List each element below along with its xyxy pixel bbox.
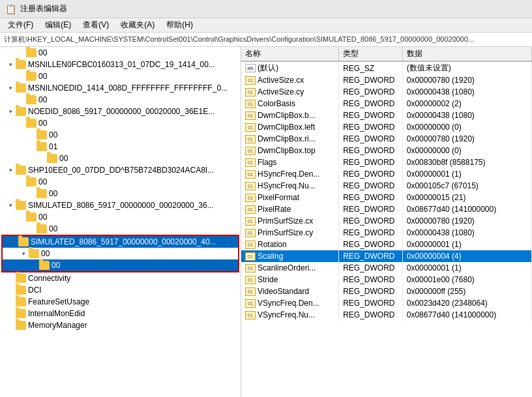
tree-item-node-noedid-00c[interactable]: 00 [0, 153, 241, 164]
reg-data-cell: 0x000000ff (255) [402, 286, 531, 297]
tree-expand-node-shp-00[interactable] [16, 177, 26, 187]
tree-item-node-dci[interactable]: DCI [0, 284, 241, 296]
table-row[interactable]: 01DwmClipBox.topREG_DWORD0x00000000 (0) [241, 145, 532, 156]
tree-expand-node-internalmon[interactable] [5, 308, 16, 319]
table-row[interactable]: 01FlagsREG_DWORD0x00830b8f (8588175) [241, 156, 532, 168]
right-panel[interactable]: 名称 类型 数据 ab(默认)REG_SZ(数值未设置)01ActiveSize… [241, 47, 532, 397]
tree-item-node-simulated36-00[interactable]: 00 [0, 211, 241, 223]
tree-expand-node-noedid-01[interactable] [26, 141, 37, 152]
menu-item-a[interactable]: 收藏夹(A) [115, 19, 160, 32]
tree-item-node-simulated40-00-00[interactable]: 00 [3, 259, 238, 271]
col-name[interactable]: 名称 [241, 47, 339, 61]
tree-item-node-noedid-00[interactable]: 00 [0, 117, 241, 129]
table-row[interactable]: 01ActiveSize.cyREG_DWORD0x00000438 (1080… [241, 86, 532, 98]
reg-type-cell: REG_SZ [339, 61, 403, 74]
tree-item-node-simulated40-00[interactable]: ▾00 [3, 248, 238, 259]
reg-name-text: (默认) [258, 63, 278, 74]
table-row[interactable]: 01ScalingREG_DWORD0x00000004 (4) [241, 250, 532, 262]
tree-label-node-msnillen: MSNILLEN0FCBC0160313_01_07DC_19_1414_00.… [28, 60, 215, 69]
table-row[interactable]: 01VSyncFreq.Den...REG_DWORD0x0023d420 (2… [241, 297, 532, 309]
reg-name-text: DwmClipBox.left [258, 123, 315, 132]
tree-expand-node-simulated40[interactable]: ▾ [8, 237, 18, 247]
tree-item-node-msnilno-00[interactable]: 00 [0, 94, 241, 106]
tree-item-node-connectivity[interactable]: Connectivity [0, 272, 241, 284]
tree-expand-node-00a[interactable] [16, 48, 26, 58]
tree-expand-node-msnilno-00[interactable] [16, 95, 26, 105]
tree-item-node-simulated40[interactable]: ▾SIMULATED_8086_5917_00000000_00020000_4… [3, 236, 238, 248]
tree-expand-node-msnillen-00[interactable] [16, 71, 26, 81]
dword-icon: 01 [245, 123, 256, 132]
tree-item-node-msnillen-00[interactable]: 00 [0, 70, 241, 82]
tree-label-node-simulated36-00b: 00 [49, 224, 57, 233]
reg-name-text: Rotation [258, 240, 287, 249]
tree-expand-node-featureset[interactable] [5, 297, 16, 307]
tree-expand-node-noedid-00b[interactable] [26, 130, 37, 140]
menu-item-v[interactable]: 查看(V) [78, 19, 114, 32]
tree-scroll-area[interactable]: 00▾MSNILLEN0FCBC0160313_01_07DC_19_1414_… [0, 47, 241, 397]
tree-item-node-noedid-01[interactable]: 01 [0, 141, 241, 153]
tree-expand-node-simulated40-00-00[interactable] [29, 260, 39, 271]
table-row[interactable]: 01ScanlineOrderi...REG_DWORD0x00000001 (… [241, 262, 532, 274]
tree-item-node-featureset[interactable]: FeatureSetUsage [0, 296, 241, 308]
table-row[interactable]: 01DwmClipBox.leftREG_DWORD0x00000000 (0) [241, 121, 532, 133]
table-row[interactable]: 01DwmClipBox.ri...REG_DWORD0x00000780 (1… [241, 133, 532, 145]
table-row[interactable]: 01PixelRateREG_DWORD0x08677d40 (14100000… [241, 203, 532, 215]
tree-expand-node-connectivity[interactable] [5, 273, 16, 284]
tree-item-node-shp-00[interactable]: 00 [0, 176, 241, 188]
table-row[interactable]: 01DwmClipBox.b...REG_DWORD0x00000438 (10… [241, 110, 532, 121]
tree-expand-node-msnilnoedid[interactable]: ▾ [5, 83, 16, 93]
menu-item-h[interactable]: 帮助(H) [161, 19, 198, 32]
table-row[interactable]: 01HSyncFreq.Den...REG_DWORD0x00000001 (1… [241, 168, 532, 180]
tree-expand-node-noedid-00c[interactable] [37, 153, 47, 164]
tree-item-node-noedid[interactable]: ▾NOEDID_8086_5917_00000000_00020000_36E1… [0, 106, 241, 117]
tree-expand-node-msnillen[interactable]: ▾ [5, 59, 16, 70]
tree-item-node-00a[interactable]: 00 [0, 47, 241, 59]
tree-expand-node-memory[interactable] [5, 320, 16, 331]
col-data[interactable]: 数据 [402, 47, 531, 61]
tree-item-node-memory[interactable]: MemoryManager [0, 319, 241, 331]
table-row[interactable]: 01RotationREG_DWORD0x00000001 (1) [241, 239, 532, 250]
table-row[interactable]: 01ColorBasisREG_DWORD0x00000002 (2) [241, 98, 532, 110]
tree-item-node-simulated36-00b[interactable]: 00 [0, 223, 241, 235]
tree-label-node-simulated36: SIMULATED_8086_5917_00000000_00020000_36… [28, 201, 214, 210]
reg-name-text: ScanlineOrderi... [258, 263, 316, 272]
reg-data-cell: 0x08677d40 (141000000) [402, 309, 531, 321]
tree-expand-node-simulated36[interactable]: ▾ [5, 200, 16, 211]
tree-item-node-internalmon[interactable]: InternalMonEdid [0, 308, 241, 319]
left-panel[interactable]: 00▾MSNILLEN0FCBC0160313_01_07DC_19_1414_… [0, 47, 241, 397]
table-row[interactable]: 01VideoStandardREG_DWORD0x000000ff (255) [241, 286, 532, 297]
table-row[interactable]: 01StrideREG_DWORD0x00001e00 (7680) [241, 274, 532, 286]
tree-expand-node-shp-00b[interactable] [26, 188, 37, 199]
tree-label-node-simulated40-00: 00 [41, 249, 50, 258]
tree-item-node-shp-00b[interactable]: 00 [0, 188, 241, 199]
reg-name-text: DwmClipBox.ri... [258, 134, 316, 143]
table-row[interactable]: 01ActiveSize.cxREG_DWORD0x00000780 (1920… [241, 74, 532, 86]
menu-item-e[interactable]: 编辑(E) [40, 19, 76, 32]
reg-name-cell: 01Flags [241, 156, 339, 168]
tree-expand-node-noedid-00[interactable] [16, 118, 26, 128]
tree-item-node-msnilnoedid[interactable]: ▾MSNILNOEDID_1414_008D_FFFFFFFF_FFFFFFFF… [0, 82, 241, 94]
tree-item-node-shp[interactable]: ▾SHP10EE0_00_07DD_DD^B75B724BD3024ACA8I.… [0, 164, 241, 176]
tree-expand-node-shp[interactable]: ▾ [5, 165, 16, 175]
table-row[interactable]: 01PrimSurfSize.cyREG_DWORD0x00000438 (10… [241, 227, 532, 239]
folder-icon-node-shp-00b [37, 189, 47, 198]
tree-expand-node-simulated36-00b[interactable] [26, 224, 37, 234]
tree-item-node-msnillen[interactable]: ▾MSNILLEN0FCBC0160313_01_07DC_19_1414_00… [0, 59, 241, 70]
tree-expand-node-simulated40-00[interactable]: ▾ [18, 248, 29, 259]
menu-item-f[interactable]: 文件(F) [3, 19, 38, 32]
tree-item-node-simulated36[interactable]: ▾SIMULATED_8086_5917_00000000_00020000_3… [0, 199, 241, 211]
tree-expand-node-noedid[interactable]: ▾ [5, 106, 16, 117]
folder-icon-node-simulated36-00b [37, 224, 47, 233]
table-row[interactable]: ab(默认)REG_SZ(数值未设置) [241, 61, 532, 74]
col-type[interactable]: 类型 [339, 47, 403, 61]
tree-expand-node-dci[interactable] [5, 285, 16, 295]
table-row[interactable]: 01HSyncFreq.Nu...REG_DWORD0x000105c7 (67… [241, 180, 532, 192]
table-row[interactable]: 01VSyncFreq.Nu...REG_DWORD0x08677d40 (14… [241, 309, 532, 321]
tree-item-node-noedid-00b[interactable]: 00 [0, 129, 241, 141]
tree-expand-node-simulated36-00[interactable] [16, 212, 26, 222]
reg-name-cell: 01VideoStandard [241, 286, 339, 297]
table-row[interactable]: 01PrimSurfSize.cxREG_DWORD0x00000780 (19… [241, 215, 532, 227]
table-row[interactable]: 01PixelFormatREG_DWORD0x00000015 (21) [241, 192, 532, 203]
dword-icon: 01 [245, 252, 256, 261]
reg-type-cell: REG_DWORD [339, 274, 403, 286]
